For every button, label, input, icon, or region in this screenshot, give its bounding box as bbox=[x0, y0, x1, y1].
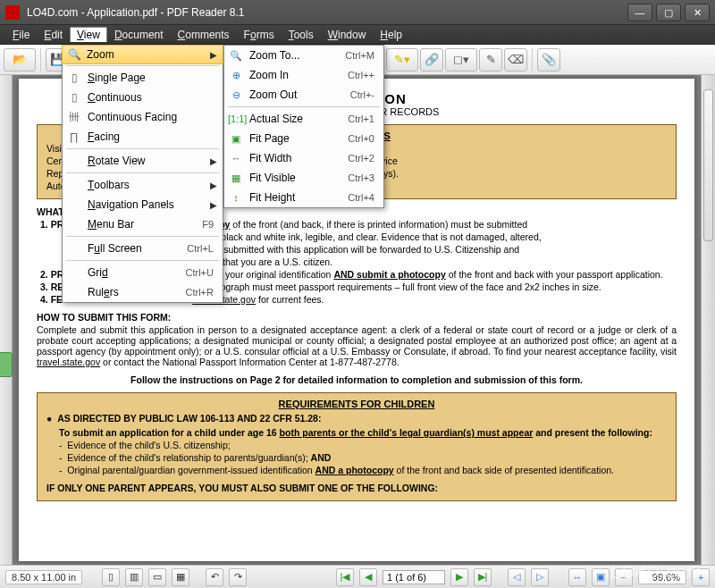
zoom-out-icon: ⊖ bbox=[228, 89, 244, 101]
app-icon bbox=[5, 5, 20, 20]
layout-single-button[interactable]: ▯ bbox=[102, 568, 120, 586]
menu-fit-page[interactable]: ▣Fit PageCtrl+0 bbox=[224, 129, 383, 148]
singlepage-icon: ▯ bbox=[66, 71, 82, 84]
continuous-icon: ▯ bbox=[66, 91, 82, 104]
menu-full-screen[interactable]: Full ScreenCtrl+L bbox=[63, 239, 223, 258]
open-button[interactable]: 📂 bbox=[4, 48, 36, 71]
contfacing-icon: 卌 bbox=[66, 110, 82, 125]
menu-menu-bar[interactable]: Menu BarF9 bbox=[63, 214, 223, 234]
page-size-display: 8.50 x 11.00 in bbox=[5, 570, 82, 584]
menu-fit-visible[interactable]: ▦Fit VisibleCtrl+3 bbox=[224, 168, 383, 188]
prev-view-button[interactable]: ◁ bbox=[508, 568, 526, 586]
fit-visible-icon: ▦ bbox=[228, 172, 244, 184]
close-button[interactable]: ✕ bbox=[685, 4, 710, 21]
layout-contfacing-button[interactable]: ▦ bbox=[172, 568, 189, 586]
side-pane bbox=[0, 75, 13, 565]
page-number-input[interactable] bbox=[383, 570, 445, 584]
last-page-button[interactable]: ▶| bbox=[474, 568, 492, 586]
shape-tool-button[interactable]: ◻▾ bbox=[445, 48, 477, 71]
menu-tools[interactable]: Tools bbox=[282, 27, 321, 43]
menu-continuous[interactable]: ▯Continuous bbox=[63, 88, 223, 107]
chevron-right-icon: ▶ bbox=[210, 200, 217, 210]
menu-document[interactable]: Document bbox=[107, 27, 171, 43]
chevron-right-icon: ▶ bbox=[210, 156, 217, 166]
menu-zoom-to[interactable]: 🔍Zoom To...Ctrl+M bbox=[224, 46, 383, 65]
rotate-ccw-button[interactable]: ↶ bbox=[206, 568, 223, 586]
zoom-in-status-button[interactable]: + bbox=[692, 568, 710, 586]
highlight-button[interactable]: ✎▾ bbox=[386, 48, 418, 71]
zoom-icon: 🔍 bbox=[66, 48, 82, 61]
pencil-tool-button[interactable]: ✎ bbox=[479, 48, 502, 71]
menu-rulers[interactable]: RulersCtrl+R bbox=[63, 282, 223, 302]
menu-forms[interactable]: Forms bbox=[237, 27, 282, 43]
minimize-button[interactable]: — bbox=[627, 4, 652, 21]
actual-size-icon: [1:1] bbox=[228, 113, 244, 124]
menu-actual-size[interactable]: [1:1]Actual SizeCtrl+1 bbox=[224, 109, 383, 129]
menu-zoom[interactable]: 🔍Zoom▶ bbox=[62, 45, 223, 64]
scroll-thumb[interactable] bbox=[703, 89, 713, 241]
title-bar: LO4D.com - Application.pdf - PDF Reader … bbox=[0, 0, 715, 25]
eraser-tool-button[interactable]: ⌫ bbox=[504, 48, 527, 71]
next-view-button[interactable]: ▷ bbox=[531, 568, 549, 586]
chevron-right-icon: ▶ bbox=[210, 181, 217, 190]
menu-edit[interactable]: Edit bbox=[37, 27, 70, 43]
window-title: LO4D.com - Application.pdf - PDF Reader … bbox=[27, 6, 624, 19]
vertical-scrollbar[interactable] bbox=[701, 75, 715, 565]
link-travel-state2[interactable]: travel.state.gov bbox=[37, 357, 100, 367]
first-page-button[interactable]: |◀ bbox=[336, 568, 354, 586]
menu-help[interactable]: Help bbox=[373, 27, 409, 43]
menu-facing[interactable]: ∏Facing bbox=[63, 127, 223, 147]
zoom-to-icon: 🔍 bbox=[228, 50, 244, 62]
fit-page-icon: ▣ bbox=[228, 133, 244, 145]
fit-page-status-button[interactable]: ▣ bbox=[592, 568, 610, 586]
side-pane-tab[interactable] bbox=[0, 352, 13, 377]
menu-view[interactable]: View bbox=[70, 27, 107, 42]
zoom-submenu: 🔍Zoom To...Ctrl+M ⊕Zoom InCtrl++ ⊖Zoom O… bbox=[223, 45, 384, 208]
menu-rotate-view[interactable]: Rotate View▶ bbox=[63, 151, 223, 171]
menu-grid[interactable]: GridCtrl+U bbox=[63, 263, 223, 282]
menu-single-page[interactable]: ▯Single Page bbox=[63, 68, 223, 88]
link-tool-button[interactable]: 🔗 bbox=[420, 48, 443, 71]
menu-file[interactable]: File bbox=[5, 27, 37, 43]
rotate-cw-button[interactable]: ↷ bbox=[229, 568, 247, 586]
menu-continuous-facing[interactable]: 卌Continuous Facing bbox=[63, 107, 223, 127]
status-bar: 8.50 x 11.00 in ▯ ▥ ▭ ▦ ↶ ↷ |◀ ◀ ▶ ▶| ◁ … bbox=[0, 565, 715, 588]
fit-width-icon: ↔ bbox=[228, 153, 244, 164]
menu-window[interactable]: Window bbox=[321, 27, 374, 43]
menu-zoom-out[interactable]: ⊖Zoom OutCtrl+- bbox=[224, 85, 383, 105]
menu-zoom-in[interactable]: ⊕Zoom InCtrl++ bbox=[224, 65, 383, 85]
menu-comments[interactable]: Comments bbox=[171, 27, 237, 43]
menu-bar: File Edit View Document Comments Forms T… bbox=[0, 25, 715, 45]
view-menu-dropdown: 🔍Zoom▶ ▯Single Page ▯Continuous 卌Continu… bbox=[62, 45, 223, 303]
zoom-out-status-button[interactable]: − bbox=[615, 568, 633, 586]
layout-cont-button[interactable]: ▥ bbox=[125, 568, 143, 586]
follow-line: Follow the instructions on Page 2 for de… bbox=[37, 374, 677, 385]
fit-height-icon: ↕ bbox=[228, 192, 244, 203]
chevron-right-icon: ▶ bbox=[210, 50, 217, 60]
menu-toolbars[interactable]: Toolbars▶ bbox=[63, 175, 223, 195]
requirements-band: REQUIREMENTS FOR CHILDREN ● AS DIRECTED … bbox=[37, 392, 677, 501]
zoom-in-icon: ⊕ bbox=[228, 70, 244, 81]
menu-nav-panels[interactable]: Navigation Panels▶ bbox=[63, 195, 223, 214]
zoom-display[interactable]: 99.6% bbox=[638, 570, 686, 584]
facing-icon: ∏ bbox=[66, 130, 82, 143]
layout-facing-button[interactable]: ▭ bbox=[148, 568, 166, 586]
menu-fit-height[interactable]: ↕Fit HeightCtrl+4 bbox=[224, 188, 383, 207]
maximize-button[interactable]: ▢ bbox=[656, 4, 681, 21]
attachment-button[interactable]: 📎 bbox=[537, 48, 560, 71]
next-page-button[interactable]: ▶ bbox=[450, 568, 468, 586]
prev-page-button[interactable]: ◀ bbox=[359, 568, 377, 586]
fit-width-status-button[interactable]: ↔ bbox=[568, 568, 586, 586]
menu-fit-width[interactable]: ↔Fit WidthCtrl+2 bbox=[224, 148, 383, 168]
